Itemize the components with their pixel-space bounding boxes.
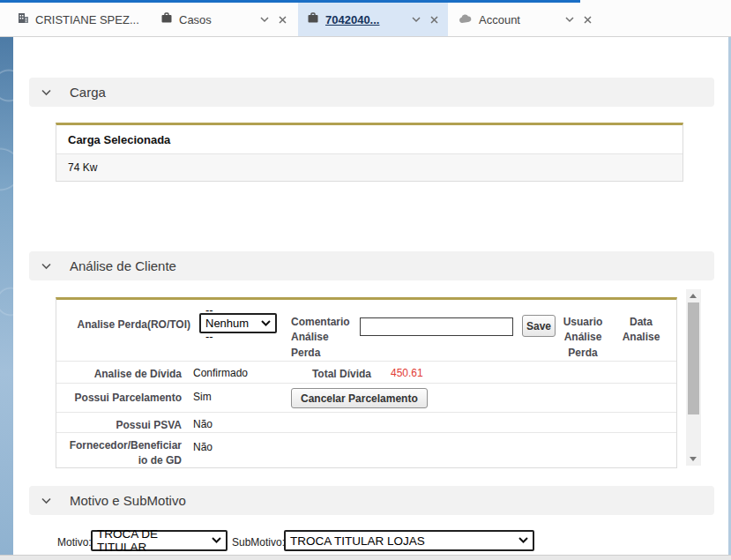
section-header-analise-cliente[interactable]: Análise de Cliente (29, 251, 714, 280)
section-header-carga[interactable]: Carga (29, 78, 714, 107)
section-header-motivo-submotivo[interactable]: Motivo e SubMotivo (29, 486, 714, 515)
possui-parcelamento-value: Sim (193, 391, 212, 403)
select-value: TROCA DE TITULAR (97, 527, 206, 554)
row-divider (56, 432, 676, 433)
carga-panel-title: Carga Selecionada (56, 125, 683, 154)
analise-divida-label: Analise de Dívida (67, 367, 182, 382)
console-screen: CRISTIANE SPEZ... Casos 7042040... (0, 0, 731, 560)
analise-perda-label: Analise Perda(RO/TOI) (67, 317, 190, 332)
chevron-down-icon[interactable] (259, 15, 270, 24)
tab-label: CRISTIANE SPEZ... (35, 13, 139, 26)
bottom-strip (0, 555, 731, 560)
chevron-down-icon[interactable] (411, 15, 421, 24)
close-icon[interactable] (583, 15, 593, 25)
tab-casos[interactable]: Casos (152, 3, 296, 36)
scroll-up-arrow[interactable] (690, 294, 697, 298)
analise-divida-value: Confirmado (193, 367, 248, 379)
tab-label: Casos (179, 13, 212, 26)
usuario-analise-perda-label: Usuario Análise Perda (556, 315, 610, 361)
comentario-analise-perda-label: Comentario Análise Perda (291, 315, 357, 361)
tab-label: 7042040... (325, 13, 379, 26)
building-icon (18, 12, 29, 26)
possui-psva-label: Possui PSVA (67, 418, 182, 433)
chevron-down-icon (261, 320, 271, 327)
tab-label: Account (479, 13, 520, 26)
possui-psva-value: Não (193, 418, 213, 430)
scrollbar-thumb[interactable] (688, 302, 699, 414)
section-title: Carga (70, 85, 106, 100)
row-divider (56, 361, 676, 362)
tab-7042040-active[interactable]: 7042040... (298, 3, 448, 36)
chevron-down-icon[interactable] (40, 261, 53, 272)
chevron-down-icon (212, 537, 221, 544)
left-background-strip (0, 37, 13, 555)
close-icon[interactable] (429, 15, 439, 25)
carga-panel: Carga Selecionada 74 Kw (56, 123, 683, 182)
analise-cliente-panel: Analise Perda(RO/TOI) -- Nenhum -- Comen… (56, 297, 677, 468)
save-button[interactable]: Save (522, 315, 556, 337)
section-title: Motivo e SubMotivo (70, 493, 186, 508)
fornecedor-gd-value: Não (193, 441, 213, 453)
row-divider (56, 383, 676, 384)
tab-cristiane-spez[interactable]: CRISTIANE SPEZ... (9, 3, 148, 36)
fornecedor-gd-label: Fornecedor/Beneficiario de GD (67, 438, 182, 469)
possui-parcelamento-label: Possui Parcelamento (67, 391, 182, 406)
tab-account[interactable]: Account (450, 3, 601, 36)
tab-bar: CRISTIANE SPEZ... Casos 7042040... (0, 0, 731, 37)
vertical-scrollbar[interactable] (686, 289, 701, 466)
total-divida-value: 450.61 (391, 367, 423, 379)
row-divider (56, 412, 676, 413)
briefcase-icon (307, 12, 319, 26)
select-value: -- Nenhum -- (205, 303, 256, 343)
cloud-icon (459, 13, 473, 26)
submotivo-label: SubMotivo: (232, 536, 285, 549)
close-icon[interactable] (278, 15, 287, 25)
submotivo-select[interactable]: TROCA TITULAR LOJAS (284, 530, 534, 551)
analise-perda-select[interactable]: -- Nenhum -- (199, 313, 277, 333)
data-analise-label: Data Analise (615, 315, 667, 346)
comentario-analise-perda-input[interactable] (360, 317, 513, 336)
chevron-down-icon[interactable] (40, 87, 53, 98)
chevron-down-icon[interactable] (564, 15, 575, 24)
chevron-down-icon (518, 537, 528, 544)
select-value: TROCA TITULAR LOJAS (290, 534, 425, 548)
motivo-select[interactable]: TROCA DE TITULAR (91, 530, 228, 551)
motivo-label: Motivo: (57, 536, 92, 549)
chevron-down-icon[interactable] (40, 496, 53, 506)
section-title: Análise de Cliente (70, 258, 176, 273)
tabbar-accent-line (0, 0, 580, 3)
cancelar-parcelamento-button[interactable]: Cancelar Parcelamento (291, 388, 428, 408)
carga-selected-row[interactable]: 74 Kw (56, 154, 683, 181)
total-divida-label: Total Dívida (292, 367, 371, 382)
scroll-down-arrow[interactable] (690, 457, 697, 461)
briefcase-icon (160, 12, 173, 26)
